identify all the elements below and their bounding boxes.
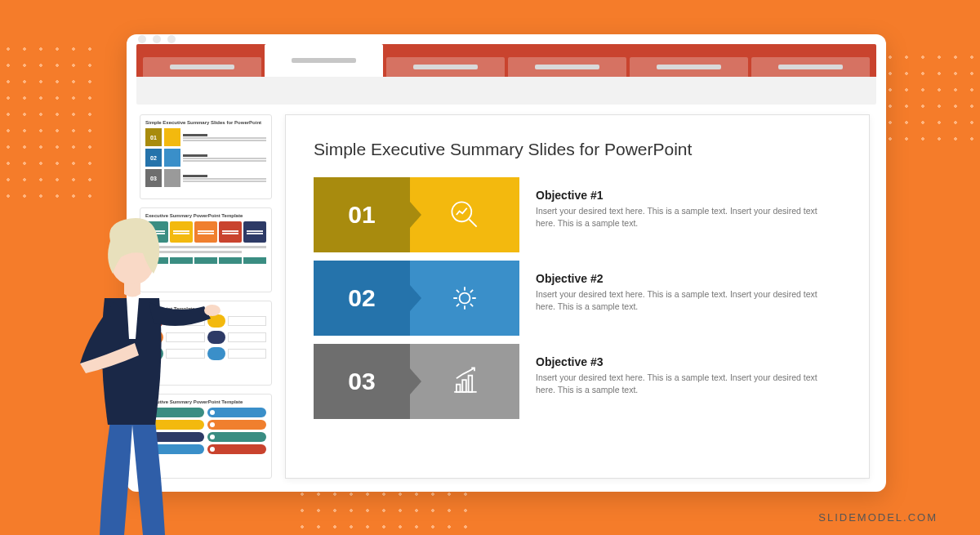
svg-rect-4: [457, 385, 461, 392]
objective-title: Objective #2: [536, 272, 828, 285]
ribbon-tab[interactable]: [508, 57, 626, 77]
objective-desc: Insert your desired text here. This is a…: [536, 288, 828, 313]
ribbon-tab[interactable]: [386, 57, 505, 77]
objective-title: Objective #3: [536, 355, 828, 368]
svg-point-2: [460, 293, 470, 304]
objective-number: 02: [314, 261, 410, 336]
ribbon-body: [136, 77, 876, 105]
ribbon-tab-active[interactable]: [265, 44, 383, 77]
slide-thumbnail-1[interactable]: Simple Executive Summary Slides for Powe…: [140, 114, 272, 199]
bar-chart-icon: [410, 344, 519, 419]
ribbon-tabs: [136, 44, 876, 77]
presenter-illustration: [33, 192, 245, 535]
objective-row-3: 03 Objective #3 Insert your desired text…: [314, 344, 841, 419]
ribbon-tab[interactable]: [751, 57, 870, 77]
magnify-chart-icon: [410, 177, 519, 252]
window-control-minimize[interactable]: [153, 35, 161, 43]
window-control-close[interactable]: [138, 35, 146, 43]
svg-point-0: [452, 202, 471, 221]
window-control-maximize[interactable]: [167, 35, 176, 43]
objective-number: 03: [314, 344, 410, 419]
slide-title: Simple Executive Summary Slides for Powe…: [314, 140, 841, 159]
objective-row-2: 02 Objective #2 Insert your desired text…: [314, 261, 841, 336]
objective-desc: Insert your desired text here. This is a…: [536, 372, 828, 396]
ribbon-area: [127, 44, 886, 105]
gear-icon: [410, 261, 519, 336]
objective-number: 01: [314, 177, 410, 252]
svg-point-8: [204, 305, 220, 316]
main-slide: Simple Executive Summary Slides for Powe…: [285, 114, 870, 479]
objective-title: Objective #1: [536, 189, 828, 202]
svg-rect-6: [469, 376, 473, 392]
objective-desc: Insert your desired text here. This is a…: [536, 205, 828, 230]
objective-row-1: 01 Objective #1 Insert your desired text…: [314, 177, 841, 252]
window-titlebar: [127, 34, 886, 44]
svg-rect-5: [462, 380, 466, 392]
ribbon-tab[interactable]: [630, 57, 748, 77]
watermark: SLIDEMODEL.COM: [818, 511, 938, 524]
thumbnail-title: Simple Executive Summary Slides for Powe…: [145, 120, 266, 125]
svg-line-1: [470, 220, 477, 227]
decorative-dots: [0, 41, 98, 204]
ribbon-tab[interactable]: [143, 57, 261, 77]
